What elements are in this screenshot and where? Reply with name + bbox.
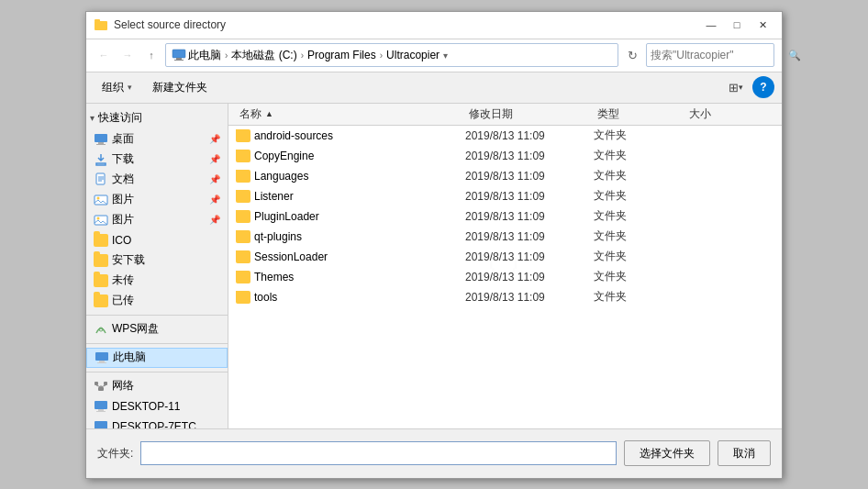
svg-rect-26 — [95, 401, 107, 409]
toolbar: 组织 ▾ 新建文件夹 ⊞ ▾ ? — [86, 72, 782, 104]
back-button[interactable]: ← — [94, 45, 114, 65]
sidebar-item-not-sent[interactable]: 未传 — [86, 271, 228, 291]
bottom-bar: 文件夹: 选择文件夹 取消 — [86, 428, 782, 478]
title-controls: — □ ✕ — [699, 16, 774, 34]
dialog-title: Select source directory — [114, 18, 699, 31]
minimize-button[interactable]: — — [699, 16, 723, 34]
table-row[interactable]: SessionLoader 2019/8/13 11:09 文件夹 — [228, 247, 782, 267]
wps-icon — [94, 322, 108, 337]
pictures-icon1 — [94, 193, 108, 207]
folder-icon-not-sent — [94, 273, 108, 288]
sidebar-item-desktop2[interactable]: DESKTOP-7ETC — [86, 417, 228, 428]
sidebar-item-ico[interactable]: ICO — [86, 230, 228, 250]
sidebar-item-downloads[interactable]: 下载 📌 — [86, 150, 228, 170]
quick-access-header[interactable]: ▾ 快速访问 — [86, 107, 228, 129]
sidebar-item-network[interactable]: 网络 — [86, 376, 228, 396]
title-bar: Select source directory — □ ✕ — [86, 12, 782, 39]
view-button[interactable]: ⊞ ▾ — [723, 76, 749, 98]
pin-icon-pic2: 📌 — [209, 215, 220, 225]
downloads-label: 下载 — [112, 151, 134, 167]
sent-label: 已传 — [112, 293, 134, 308]
svg-point-13 — [97, 196, 100, 199]
pin-icon-doc: 📌 — [209, 174, 220, 184]
col-header-name[interactable]: 名称 ▲ — [236, 104, 465, 125]
sidebar-item-pictures1[interactable]: 图片 📌 — [86, 190, 228, 210]
search-input[interactable] — [651, 49, 788, 61]
sidebar-divider2 — [86, 343, 228, 344]
cancel-button[interactable]: 取消 — [718, 440, 771, 466]
table-row[interactable]: android-sources 2019/8/13 11:09 文件夹 — [228, 126, 782, 146]
dialog-window: Select source directory — □ ✕ ← → ↑ 此电脑 … — [85, 11, 783, 479]
download-icon — [94, 152, 108, 167]
ico-label: ICO — [112, 234, 131, 247]
sidebar-item-pictures2[interactable]: 图片 📌 — [86, 210, 228, 230]
pictures2-label: 图片 — [112, 212, 134, 228]
sidebar-item-sent[interactable]: 已传 — [86, 291, 228, 311]
sidebar-item-wps[interactable]: WPS网盘 — [86, 319, 228, 339]
svg-rect-20 — [98, 387, 104, 391]
table-row[interactable]: CopyEngine 2019/8/13 11:09 文件夹 — [228, 146, 782, 166]
breadcrumb-drive: 本地磁盘 (C:) — [231, 48, 296, 63]
pin-icon-pic1: 📌 — [209, 194, 220, 205]
col-header-size[interactable]: 大小 — [685, 104, 759, 125]
svg-line-24 — [96, 385, 101, 387]
svg-rect-29 — [95, 421, 107, 428]
table-row[interactable]: Languages 2019/8/13 11:09 文件夹 — [228, 166, 782, 186]
file-list: 🛡 www.anxz.com android-sources 2019/8/13… — [228, 126, 782, 428]
svg-line-25 — [101, 385, 106, 387]
breadcrumb-thispc: 此电脑 — [188, 48, 221, 63]
desktop-label: 桌面 — [112, 131, 134, 147]
folder-label: 文件夹: — [97, 446, 133, 461]
close-button[interactable]: ✕ — [751, 16, 774, 34]
quick-access-label: 快速访问 — [98, 110, 142, 126]
folder-input[interactable] — [140, 441, 617, 465]
content-area: ▾ 快速访问 桌面 📌 下载 📌 文档 — [86, 104, 782, 428]
documents-label: 文档 — [112, 172, 134, 187]
file-list-header: 名称 ▲ 修改日期 类型 大小 — [228, 104, 782, 126]
folder-icon-ico — [94, 233, 108, 248]
sidebar-item-desktop1[interactable]: DESKTOP-11 — [86, 396, 228, 417]
maximize-button[interactable]: □ — [725, 16, 749, 34]
table-row[interactable]: qt-plugins 2019/8/13 11:09 文件夹 — [228, 227, 782, 247]
network-label: 网络 — [112, 378, 134, 394]
documents-icon — [94, 172, 108, 187]
sidebar-item-desktop[interactable]: 桌面 📌 — [86, 129, 228, 150]
sidebar: ▾ 快速访问 桌面 📌 下载 📌 文档 — [86, 104, 228, 428]
help-button[interactable]: ? — [752, 76, 774, 98]
desktop2-icon — [94, 419, 108, 428]
table-row[interactable]: tools 2019/8/13 11:09 文件夹 — [228, 287, 782, 307]
desktop1-label: DESKTOP-11 — [112, 400, 180, 413]
table-row[interactable]: Themes 2019/8/13 11:09 文件夹 — [228, 267, 782, 287]
refresh-button[interactable]: ↻ — [622, 45, 642, 65]
network-icon — [94, 379, 108, 394]
sidebar-item-pending[interactable]: 安下载 — [86, 250, 228, 271]
sort-arrow: ▲ — [265, 109, 273, 118]
table-row[interactable]: Listener 2019/8/13 11:09 文件夹 — [228, 186, 782, 206]
col-header-date[interactable]: 修改日期 — [465, 104, 594, 125]
folder-icon-sent — [94, 294, 108, 308]
table-row[interactable]: PluginLoader 2019/8/13 11:09 文件夹 — [228, 206, 782, 227]
svg-rect-1 — [95, 19, 100, 22]
svg-rect-5 — [95, 134, 107, 142]
select-folder-button[interactable]: 选择文件夹 — [624, 440, 710, 466]
view-arrow: ▾ — [739, 83, 743, 92]
address-bar: ← → ↑ 此电脑 › 本地磁盘 (C:) › Program Files › … — [86, 39, 782, 72]
organize-arrow: ▾ — [128, 83, 132, 92]
sidebar-item-documents[interactable]: 文档 📌 — [86, 170, 228, 190]
svg-rect-4 — [174, 60, 184, 61]
pin-icon: 📌 — [209, 134, 220, 144]
svg-rect-22 — [104, 382, 107, 385]
svg-rect-21 — [95, 382, 98, 385]
breadcrumb-bar[interactable]: 此电脑 › 本地磁盘 (C:) › Program Files › Ultrac… — [165, 43, 618, 67]
col-header-type[interactable]: 类型 — [594, 104, 685, 125]
search-icon: 🔍 — [788, 50, 801, 61]
up-button[interactable]: ↑ — [141, 45, 161, 65]
organize-button[interactable]: 组织 ▾ — [94, 76, 140, 98]
breadcrumb-ultracopier: Ultracopier — [386, 49, 440, 61]
new-folder-button[interactable]: 新建文件夹 — [144, 76, 216, 98]
desktop-icon — [94, 132, 108, 147]
sidebar-item-thispc[interactable]: 此电脑 — [86, 348, 228, 368]
svg-rect-7 — [96, 144, 106, 145]
sidebar-divider1 — [86, 315, 228, 316]
forward-button[interactable]: → — [117, 45, 138, 65]
